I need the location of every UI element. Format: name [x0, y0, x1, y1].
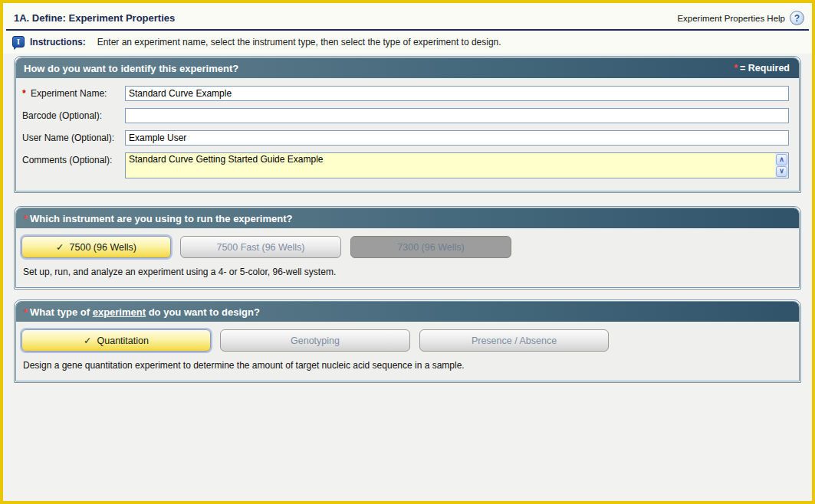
help-link-label[interactable]: Experiment Properties Help: [677, 14, 785, 23]
experiment-type-section: *What type of experiment do you want to …: [14, 299, 801, 383]
experiment-name-label-text: Experiment Name:: [31, 88, 107, 99]
check-icon: ✓: [56, 241, 64, 253]
comments-label: Comments (Optional):: [16, 152, 125, 165]
instrument-button-7500[interactable]: ✓ 7500 (96 Wells): [21, 236, 171, 258]
instrument-section-inner: *Which instrument are you using to run t…: [15, 208, 800, 288]
instrument-button-7500-fast-label[interactable]: 7500 Fast (96 Wells): [216, 242, 304, 253]
user-name-row: User Name (Optional):: [16, 130, 799, 146]
experiment-name-label: * Experiment Name:: [16, 86, 125, 99]
scroll-down-icon[interactable]: ∨: [776, 166, 787, 178]
identify-section-title: How do you want to identify this experim…: [24, 63, 238, 74]
experiment-type-title-suffix: do you want to design?: [146, 306, 260, 318]
experiment-type-description: Design a gene quantitation experiment to…: [16, 352, 799, 381]
instrument-button-7300: 7300 (96 Wells): [350, 236, 511, 258]
scroll-up-icon[interactable]: ∧: [776, 154, 787, 165]
instrument-button-7500-fast[interactable]: 7500 Fast (96 Wells): [180, 236, 341, 258]
help-link[interactable]: Experiment Properties Help ?: [677, 11, 804, 25]
type-button-quantitation-label[interactable]: Quantitation: [97, 335, 149, 346]
instrument-section: *Which instrument are you using to run t…: [14, 206, 801, 290]
comments-scrollbar[interactable]: ∧ ∨: [775, 153, 788, 178]
type-button-genotyping-label[interactable]: Genotyping: [291, 335, 340, 346]
required-star: *: [734, 63, 738, 74]
instrument-title-text: Which instrument are you using to run th…: [30, 213, 292, 224]
identify-section-inner: How do you want to identify this experim…: [15, 57, 800, 191]
instructions-bar: I Instructions: Enter an experiment name…: [3, 31, 812, 54]
comments-field-wrap: Standard Curve Getting Started Guide Exa…: [125, 152, 789, 182]
experiment-link[interactable]: experiment: [93, 306, 146, 318]
check-icon: ✓: [84, 335, 91, 346]
instrument-button-7500-label[interactable]: 7500 (96 Wells): [70, 242, 136, 253]
user-name-input[interactable]: [125, 130, 789, 146]
title-row: 1A. Define: Experiment Properties Experi…: [3, 8, 812, 28]
experiment-properties-window: 1A. Define: Experiment Properties Experi…: [0, 0, 815, 504]
instrument-buttons: ✓ 7500 (96 Wells) 7500 Fast (96 Wells) 7…: [16, 228, 799, 258]
barcode-input[interactable]: [125, 108, 789, 123]
experiment-type-section-title: *What type of experiment do you want to …: [24, 306, 260, 318]
comments-textarea[interactable]: Standard Curve Getting Started Guide Exa…: [125, 152, 789, 178]
experiment-type-section-header: *What type of experiment do you want to …: [16, 302, 799, 322]
user-name-label: User Name (Optional):: [16, 130, 125, 143]
barcode-row: Barcode (Optional):: [16, 108, 799, 123]
experiment-name-row: * Experiment Name:: [16, 86, 799, 101]
barcode-label: Barcode (Optional):: [16, 108, 125, 121]
comments-row: Comments (Optional): Standard Curve Gett…: [16, 152, 799, 182]
page-title: 1A. Define: Experiment Properties: [14, 12, 175, 24]
type-button-genotyping[interactable]: Genotyping: [220, 329, 410, 352]
instrument-section-title: *Which instrument are you using to run t…: [24, 213, 292, 224]
experiment-type-title-prefix: What type of: [30, 306, 93, 318]
top-band: 1A. Define: Experiment Properties Experi…: [3, 3, 812, 54]
help-question-icon[interactable]: ?: [790, 11, 804, 25]
experiment-type-buttons: ✓ Quantitation Genotyping Presence / Abs…: [16, 322, 799, 352]
experiment-type-required-star: *: [24, 306, 28, 318]
type-button-presence-absence[interactable]: Presence / Absence: [419, 329, 609, 352]
type-button-quantitation[interactable]: ✓ Quantitation: [21, 329, 211, 352]
required-legend: *= Required: [734, 63, 790, 74]
instrument-description: Set up, run, and analyze an experiment u…: [16, 258, 799, 287]
instructions-label: Instructions:: [30, 37, 86, 47]
instructions-text: Enter an experiment name, select the ins…: [97, 37, 501, 47]
instrument-section-header: *Which instrument are you using to run t…: [16, 208, 799, 228]
instrument-button-7300-label: 7300 (96 Wells): [397, 242, 464, 253]
instrument-required-star: *: [24, 213, 28, 224]
experiment-name-required-star: *: [22, 88, 26, 99]
identify-section-header: How do you want to identify this experim…: [16, 58, 799, 78]
identify-form: * Experiment Name: Barcode (Optional): U…: [16, 78, 799, 191]
experiment-name-input[interactable]: [125, 86, 789, 101]
type-button-presence-absence-label[interactable]: Presence / Absence: [472, 335, 557, 346]
experiment-type-section-inner: *What type of experiment do you want to …: [15, 301, 800, 381]
identify-section: How do you want to identify this experim…: [14, 56, 801, 193]
required-legend-text: = Required: [740, 63, 790, 74]
instructions-bubble-icon: I: [12, 36, 25, 47]
